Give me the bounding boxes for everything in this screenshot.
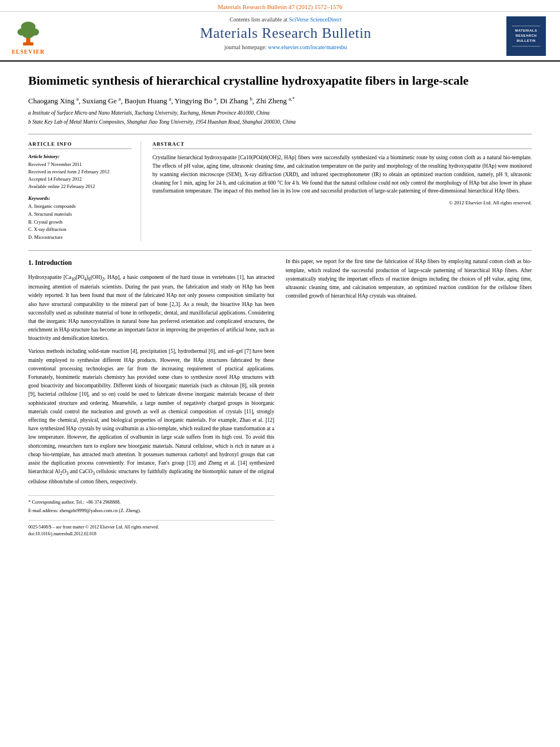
journal-title-area: Contents lists available at SciVerse Sci…	[68, 16, 504, 56]
body-divider	[28, 250, 532, 251]
intro-para3: In this paper, we report for the first t…	[286, 257, 532, 300]
mrb-logo-image: MATERIALS RESEARCH BULLETIN	[509, 19, 543, 53]
keyword-3: B. Crystal growth	[28, 219, 132, 226]
article-info-heading: ARTICLE INFO	[28, 141, 132, 149]
body-right-col: In this paper, we report for the first t…	[286, 257, 532, 538]
journal-citation-text: Materials Research Bulletin 47 (2012) 15…	[218, 3, 343, 10]
affiliation-a: a Institute of Surface Micro and Nano Ma…	[28, 109, 532, 117]
keyword-1: A. Inorganic compounds	[28, 203, 132, 211]
received-date: Received 7 November 2011	[28, 161, 132, 168]
elsevier-logo-area: ELSEVIER	[11, 16, 68, 56]
homepage-url[interactable]: www.elsevier.com/locate/matresbu	[268, 44, 347, 50]
intro-para1: Hydroxyapatite [Ca10(PO4)6(OH)2, HAp], a…	[28, 273, 274, 343]
mrb-logo: MATERIALS RESEARCH BULLETIN	[506, 16, 546, 56]
journal-homepage: journal homepage: www.elsevier.com/locat…	[73, 44, 498, 50]
corresponding-note: * Corresponding author. Tel.: +86 374 29…	[28, 499, 274, 506]
main-content: Biomimetic synthesis of hierarchical cry…	[0, 62, 560, 549]
mrb-logo-area: MATERIALS RESEARCH BULLETIN	[504, 16, 549, 56]
history-label: Article history:	[28, 154, 132, 159]
article-title: Biomimetic synthesis of hierarchical cry…	[28, 73, 532, 89]
elsevier-tree-icon	[11, 18, 45, 49]
abstract-text: Crystalline hierarchical hydroxyapatite …	[152, 154, 532, 195]
affiliations: a Institute of Surface Micro and Nano Ma…	[28, 109, 532, 126]
keywords-section: Keywords: A. Inorganic compounds A. Stru…	[28, 195, 132, 241]
issn-line: 0025-5408/$ – see front matter © 2012 El…	[28, 524, 274, 531]
body-section: 1. Introduction Hydroxyapatite [Ca10(PO4…	[28, 257, 532, 538]
elsevier-label-text: ELSEVIER	[12, 49, 45, 55]
article-history: Article history: Received 7 November 201…	[28, 154, 132, 190]
sciverse-link[interactable]: SciVerse ScienceDirect	[289, 16, 342, 23]
svg-text:MATERIALS: MATERIALS	[515, 29, 537, 32]
footnotes: * Corresponding author. Tel.: +86 374 29…	[28, 495, 274, 514]
keyword-2: A. Structural materials	[28, 211, 132, 219]
accepted-date: Accepted 14 February 2012	[28, 176, 132, 183]
doi-line: doi:10.1016/j.matresbull.2012.02.018	[28, 531, 274, 538]
journal-header: ELSEVIER Contents lists available at Sci…	[0, 12, 560, 62]
svg-point-5	[22, 30, 34, 38]
intro-para2: Various methods including solid-state re…	[28, 347, 274, 486]
copyright-line: © 2012 Elsevier Ltd. All rights reserved…	[152, 200, 532, 206]
article-info-panel: ARTICLE INFO Article history: Received 7…	[28, 141, 141, 241]
authors-line: Chaogang Xing a, Suxiang Ge a, Baojun Hu…	[28, 96, 532, 106]
svg-text:RESEARCH: RESEARCH	[515, 34, 537, 37]
abstract-heading: ABSTRACT	[152, 141, 532, 149]
available-date: Available online 22 February 2012	[28, 183, 132, 190]
affiliation-b: b State Key Lab of Metal Matrix Composit…	[28, 118, 532, 126]
email-note: E-mail address: zhengzhi9999@yahoo.com.c…	[28, 508, 274, 514]
journal-title: Materials Research Bulletin	[73, 25, 498, 42]
divider	[28, 134, 532, 134]
email-value: zhengzhi9999@yahoo.com.cn (Z. Zheng).	[59, 508, 141, 513]
journal-citation-bar: Materials Research Bulletin 47 (2012) 15…	[0, 0, 560, 12]
keyword-4: C. X-ray diffraction	[28, 226, 132, 234]
body-left-col: 1. Introduction Hydroxyapatite [Ca10(PO4…	[28, 257, 274, 538]
svg-text:BULLETIN: BULLETIN	[517, 39, 536, 42]
revised-date: Received in revised form 2 February 2012	[28, 168, 132, 176]
email-label: E-mail address:	[28, 508, 58, 513]
keywords-label: Keywords:	[28, 195, 132, 201]
elsevier-logo: ELSEVIER	[11, 18, 45, 55]
abstract-panel: ABSTRACT Crystalline hierarchical hydrox…	[152, 141, 532, 241]
intro-heading: 1. Introduction	[28, 257, 274, 268]
homepage-label: journal homepage:	[224, 44, 266, 50]
sciverse-prefix: Contents lists available at	[230, 16, 287, 23]
sciverse-line: Contents lists available at SciVerse Sci…	[73, 16, 498, 23]
keyword-5: D. Microstructure	[28, 234, 132, 242]
info-abstract-row: ARTICLE INFO Article history: Received 7…	[28, 141, 532, 241]
